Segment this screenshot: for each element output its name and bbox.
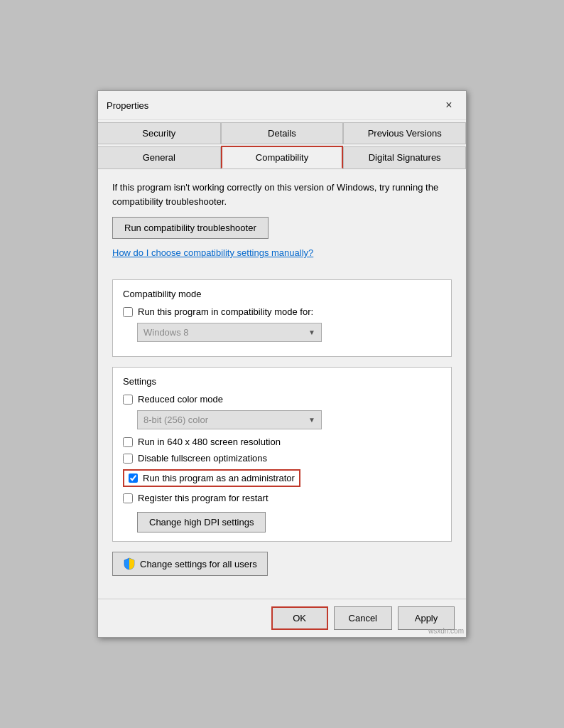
change-users-label: Change settings for all users — [140, 559, 257, 569]
register-restart-checkbox[interactable] — [123, 493, 133, 503]
register-restart-row: Register this program for restart — [123, 493, 441, 503]
settings-label: Settings — [123, 376, 441, 387]
content-area: If this program isn't working correctly … — [98, 169, 466, 599]
reduced-color-row: Reduced color mode — [123, 394, 441, 405]
disable-fullscreen-label: Disable fullscreen optimizations — [138, 453, 267, 464]
change-users-button[interactable]: Change settings for all users — [112, 552, 268, 576]
tabs-row1: Security Details Previous Versions — [98, 120, 466, 144]
tab-details[interactable]: Details — [221, 122, 344, 144]
properties-dialog: Properties × Security Details Previous V… — [97, 90, 467, 638]
description-text: If this program isn't working correctly … — [112, 181, 452, 208]
compatibility-mode-dropdown[interactable]: Windows 8 ▼ — [137, 323, 322, 342]
dropdown-arrow-icon: ▼ — [308, 328, 315, 336]
compatibility-mode-dropdown-value: Windows 8 — [143, 327, 189, 338]
cancel-button[interactable]: Cancel — [334, 606, 392, 630]
run-640-row: Run in 640 x 480 screen resolution — [123, 437, 441, 447]
compatibility-mode-checkbox[interactable] — [123, 307, 133, 317]
reduced-color-checkbox[interactable] — [123, 395, 133, 405]
tab-compatibility[interactable]: Compatibility — [221, 146, 344, 168]
tab-digital-signatures[interactable]: Digital Signatures — [343, 146, 466, 168]
shield-uac-icon — [123, 557, 136, 570]
disable-fullscreen-row: Disable fullscreen optimizations — [123, 453, 441, 464]
run-as-admin-label: Run this program as an administrator — [143, 473, 295, 483]
close-button[interactable]: × — [440, 97, 457, 114]
reduced-color-label: Reduced color mode — [138, 394, 223, 405]
change-dpi-button[interactable]: Change high DPI settings — [137, 512, 266, 532]
color-mode-dropdown-value: 8-bit (256) color — [143, 414, 208, 425]
help-link[interactable]: How do I choose compatibility settings m… — [112, 247, 313, 258]
register-restart-label: Register this program for restart — [138, 493, 269, 503]
ok-button[interactable]: OK — [271, 606, 328, 630]
color-mode-dropdown[interactable]: 8-bit (256) color ▼ — [137, 410, 322, 429]
dialog-footer: OK Cancel Apply — [98, 599, 466, 637]
settings-section: Settings Reduced color mode 8-bit (256) … — [112, 367, 452, 542]
run-as-admin-checkbox[interactable] — [129, 473, 138, 483]
disable-fullscreen-checkbox[interactable] — [123, 454, 133, 464]
color-dropdown-arrow-icon: ▼ — [308, 416, 315, 424]
title-bar: Properties × — [98, 91, 466, 120]
run-as-admin-highlight-box: Run this program as an administrator — [123, 469, 300, 487]
tab-general[interactable]: General — [98, 146, 221, 168]
compatibility-mode-checkbox-row: Run this program in compatibility mode f… — [123, 306, 441, 317]
compatibility-mode-section: Compatibility mode Run this program in c… — [112, 279, 452, 357]
compatibility-mode-label: Compatibility mode — [123, 289, 441, 299]
tab-security[interactable]: Security — [98, 122, 221, 144]
tabs-row2: General Compatibility Digital Signatures — [98, 144, 466, 169]
tab-previous-versions[interactable]: Previous Versions — [343, 122, 466, 144]
dialog-title: Properties — [107, 100, 148, 111]
run-640-checkbox[interactable] — [123, 437, 133, 447]
run-640-label: Run in 640 x 480 screen resolution — [138, 437, 281, 447]
run-troubleshooter-button[interactable]: Run compatibility troubleshooter — [112, 217, 269, 239]
compatibility-mode-checkbox-label: Run this program in compatibility mode f… — [138, 306, 313, 317]
watermark: wsxdn.com — [428, 627, 464, 635]
